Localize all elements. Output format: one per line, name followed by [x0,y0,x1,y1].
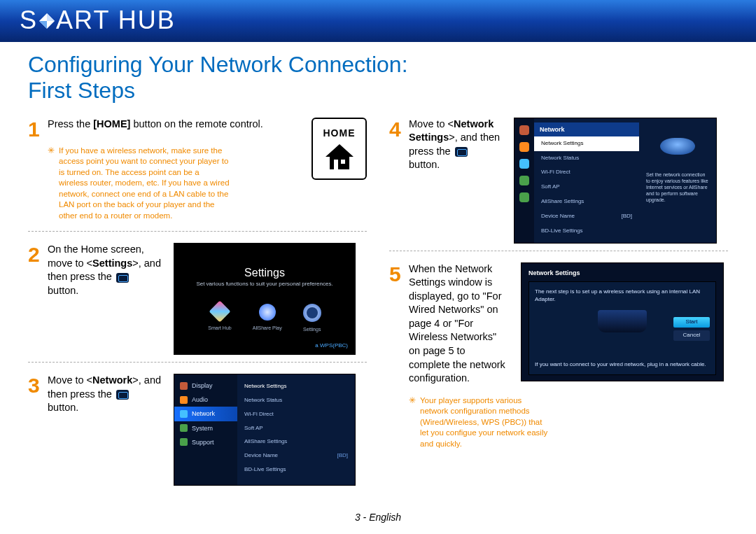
menu-item-display: Display [174,379,237,393]
settings-screenshot: Settings Set various functions to suit y… [174,243,356,355]
sidebar-dot [519,192,529,202]
enter-button-icon [455,147,468,157]
step-number-1: 1 [28,119,48,140]
router-icon [660,138,695,155]
svg-marker-2 [39,21,47,29]
home-button-illustration: HOME [312,118,367,180]
divider [389,251,728,251]
star-icon: ✳ [409,395,416,450]
menu-item-audio: Audio [174,393,237,407]
enter-button-icon [116,390,129,400]
network-menu-screenshot: Display Audio Network System Support Net… [174,374,356,486]
start-button: Start [673,317,710,328]
menu-item-support: Support [174,435,237,449]
step-4: 4 Move to <Network Settings>, and then p… [389,118,501,172]
sidebar-dot [519,142,529,152]
brand-s: S [20,6,38,34]
svg-marker-3 [326,144,354,169]
svg-marker-1 [47,13,55,21]
sidebar-dot [519,159,529,169]
menu-item-network: Network [174,407,237,421]
wizard-screenshot: Network Settings The next step is to set… [521,262,724,381]
settings-app-icon [303,304,321,322]
step-1-note: ✳ If you have a wireless network, make s… [48,146,230,222]
home-label: HOME [323,127,356,140]
svg-rect-5 [341,160,345,164]
divider [28,231,367,232]
left-column: 1 Press the [HOME] button on the remote … [28,118,367,486]
step-1: 1 Press the [HOME] button on the remote … [28,118,306,140]
divider [28,362,367,363]
laptop-icon [598,310,647,332]
step-3: 3 Move to <Network>, and then press the … [28,374,161,415]
brand-logo: SART HUB [20,3,176,39]
brand-hub: HUB [118,6,176,34]
allshare-app-icon [259,304,276,321]
enter-button-icon [116,273,129,283]
cancel-button: Cancel [673,330,710,341]
brand-art: ART [56,6,110,34]
step-5-note: ✳ Your player supports various network c… [409,395,549,450]
right-column: 4 Move to <Network Settings>, and then p… [389,118,728,486]
step-2: 2 On the Home screen, move to <Settings>… [28,243,161,297]
smarthub-app-icon [209,300,230,322]
sidebar-dot [519,125,529,135]
svg-rect-4 [334,160,338,169]
network-settings-screenshot: Network Network Settings Network Status … [514,118,717,244]
step-number-3: 3 [28,375,48,396]
page-title: Configuring Your Network Connection:Firs… [28,52,728,104]
brand-bar: SART HUB [0,0,756,42]
home-icon [324,143,355,171]
step-number-5: 5 [389,264,409,285]
step-number-4: 4 [389,119,409,140]
page-footer: 3 - English [0,511,756,524]
diamond-icon [38,5,56,39]
step-5: 5 When the Network Settings window is di… [389,262,508,386]
sidebar-dot [519,176,529,185]
menu-item-system: System [174,421,237,435]
step-number-2: 2 [28,244,48,265]
star-icon: ✳ [48,146,55,222]
